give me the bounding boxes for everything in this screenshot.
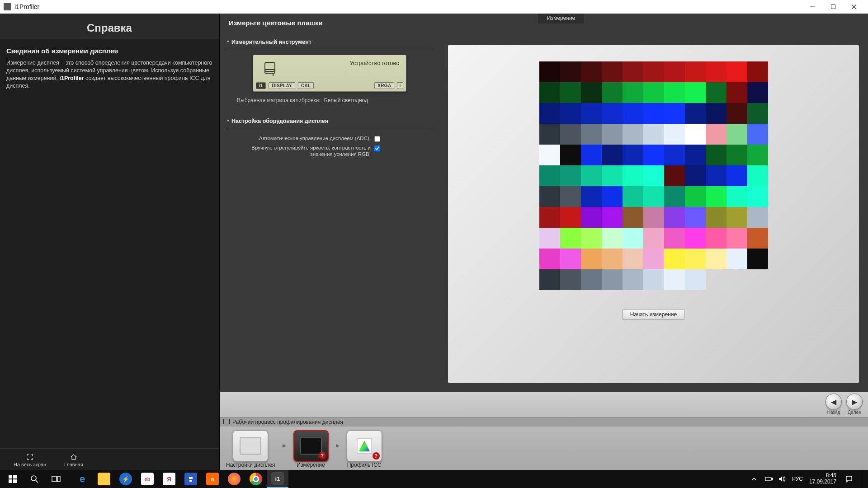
tray-language[interactable]: РУС [792, 476, 800, 482]
nav-back-button[interactable]: ◀ Назад [826, 394, 842, 415]
color-patch [643, 207, 664, 228]
color-patch [726, 186, 747, 207]
color-patch [643, 124, 664, 145]
color-patch [623, 165, 643, 186]
color-patch [685, 82, 706, 103]
info-icon[interactable]: i [397, 82, 403, 89]
color-patch [643, 228, 664, 249]
color-patch [747, 165, 768, 186]
tray-overflow-icon[interactable] [751, 476, 760, 482]
color-patch [623, 207, 643, 228]
nav-next-button[interactable]: ▶ Далее [846, 394, 863, 415]
taskbar-app-yandex[interactable]: Я [158, 470, 180, 488]
section-instrument-header[interactable]: Измерительный инструмент [226, 34, 433, 48]
taskbar-app-edge[interactable]: e [71, 470, 93, 488]
divider [226, 129, 433, 129]
window-close-button[interactable] [844, 0, 864, 14]
color-patch [664, 61, 685, 82]
section-display-hw-header[interactable]: Настройка оборудования дисплея [226, 113, 433, 127]
svg-rect-19 [189, 480, 192, 482]
device-status-text: Устройство готово [349, 60, 399, 66]
home-button[interactable]: Главная [64, 453, 83, 467]
color-patch [602, 228, 623, 249]
workflow-step-icc-profile[interactable]: ? Профиль ICC [347, 430, 382, 468]
color-patch [664, 82, 685, 103]
badge-cal: CAL [298, 82, 314, 89]
color-patch [747, 207, 768, 228]
window-maximize-button[interactable] [823, 0, 844, 14]
taskbar-app-ebay[interactable]: eb [137, 470, 158, 488]
color-patch [685, 165, 706, 186]
color-patch [747, 61, 768, 82]
color-patch [623, 82, 643, 103]
color-patch [706, 61, 726, 82]
color-patch [539, 186, 560, 207]
svg-rect-16 [57, 476, 60, 482]
taskbar-app-explorer[interactable] [93, 470, 115, 488]
taskbar-app-chrome[interactable] [245, 470, 267, 488]
show-desktop-button[interactable] [861, 470, 863, 488]
window-minimize-button[interactable] [802, 0, 823, 14]
svg-rect-12 [13, 479, 17, 483]
taskbar-app-aliexpress[interactable]: a [202, 470, 223, 488]
search-button[interactable] [24, 470, 45, 488]
alert-badge-icon: ? [373, 452, 380, 460]
preview-card: Начать измерение [448, 45, 859, 383]
color-patch [664, 165, 685, 186]
color-patch [706, 249, 726, 269]
badge-i1: i1 [256, 82, 266, 89]
color-patch [643, 61, 664, 82]
color-patch [581, 269, 602, 290]
device-icon [261, 60, 278, 77]
tray-clock[interactable]: 8:45 17.09.2017 [806, 473, 840, 485]
svg-rect-21 [772, 478, 773, 480]
color-patch [581, 207, 602, 228]
color-patch [581, 103, 602, 124]
windows-taskbar: e ⚡ eb Я a i1 РУС 8:45 17.09.2017 [0, 470, 868, 488]
tray-notifications-icon[interactable] [845, 475, 854, 483]
color-patch [643, 145, 664, 165]
preview-area: Начать измерение [439, 32, 868, 392]
color-patch [726, 165, 747, 186]
workflow-strip: Рабочий процесс профилирования дисплея Н… [220, 417, 868, 471]
home-icon [70, 453, 78, 461]
tray-battery-icon[interactable] [765, 476, 773, 482]
alert-badge-icon: ? [319, 452, 326, 459]
color-patch [560, 269, 581, 290]
workflow-step-display-settings[interactable]: Настройки дисплея [226, 430, 275, 468]
taskbar-app-i1profiler[interactable]: i1 [267, 470, 288, 488]
color-patch [664, 269, 685, 290]
color-patch [602, 249, 623, 269]
option-adc-label: Автоматическое управление дисплеем (ADC)… [231, 135, 371, 141]
color-patch [706, 228, 726, 249]
color-patch [706, 124, 726, 145]
tray-volume-icon[interactable] [778, 476, 787, 482]
color-patch [581, 186, 602, 207]
taskbar-app-thunderbolt[interactable]: ⚡ [115, 470, 137, 488]
start-measurement-button[interactable]: Начать измерение [623, 309, 684, 320]
taskbar-app-firefox[interactable] [223, 470, 245, 488]
color-patch [664, 228, 685, 249]
color-patch [539, 145, 560, 165]
color-patch [560, 207, 581, 228]
task-view-button[interactable] [45, 470, 67, 488]
color-patch [581, 82, 602, 103]
color-patch [685, 124, 706, 145]
fullscreen-button[interactable]: На весь экран [14, 453, 46, 467]
option-adc-checkbox[interactable] [374, 136, 380, 142]
option-manual-checkbox[interactable] [374, 145, 380, 151]
color-patch [747, 103, 768, 124]
taskbar-app-save[interactable] [180, 470, 202, 488]
color-patch [747, 145, 768, 165]
workflow-step-measurement[interactable]: ? Измерение [293, 430, 329, 468]
color-patch [602, 145, 623, 165]
color-patch [664, 103, 685, 124]
color-patch [602, 165, 623, 186]
color-patch [539, 269, 560, 290]
color-patch [581, 249, 602, 269]
color-patch [539, 124, 560, 145]
window-title: i1Profiler [14, 3, 39, 10]
svg-marker-22 [779, 476, 782, 482]
color-patch [560, 145, 581, 165]
start-button[interactable] [2, 470, 24, 488]
